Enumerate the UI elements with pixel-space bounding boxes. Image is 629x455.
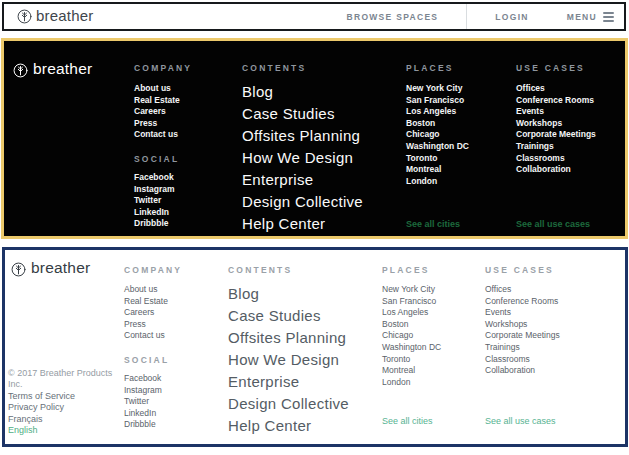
footer-social-link[interactable]: LinkedIn <box>134 207 192 219</box>
footer-company-link[interactable]: Press <box>134 118 192 130</box>
nav-browse-spaces-link[interactable]: BROWSE SPACES <box>347 12 439 22</box>
see-all-cities-link[interactable]: See all cities <box>382 416 433 426</box>
footer-contents-link[interactable]: Offsites Planning <box>242 125 363 147</box>
brand-wordmark: breather <box>33 60 92 78</box>
footer-place-link[interactable]: Chicago <box>406 129 469 141</box>
footer-company-link[interactable]: Contact us <box>134 129 192 141</box>
footer-company-link[interactable]: Careers <box>124 307 182 319</box>
footer-contents-link[interactable]: How We Design <box>242 147 363 169</box>
footer-contents-link[interactable]: Blog <box>242 81 363 103</box>
places-links-list: New York CitySan FranciscoLos AngelesBos… <box>406 83 469 187</box>
footer-contents-link[interactable]: Enterprise <box>242 169 363 191</box>
footer-use-case-link[interactable]: Classrooms <box>485 354 560 366</box>
footer-place-link[interactable]: Chicago <box>382 330 441 342</box>
footer-dark-variant: breather COMPANY About usReal EstateCare… <box>1 38 628 239</box>
footer-company-link[interactable]: About us <box>134 83 192 95</box>
footer-place-link[interactable]: San Francisco <box>382 296 441 308</box>
footer-use-case-link[interactable]: Classrooms <box>516 153 596 165</box>
social-heading: SOCIAL <box>134 154 192 164</box>
places-heading: PLACES <box>382 265 441 275</box>
footer-place-link[interactable]: Los Angeles <box>382 307 441 319</box>
nav-menu-button[interactable]: MENU <box>567 12 614 22</box>
language-english-link[interactable]: English <box>8 425 128 436</box>
footer-contents-link[interactable]: Enterprise <box>228 371 349 393</box>
social-links-list: FacebookInstagramTwitterLinkedInDribbble <box>124 373 182 431</box>
footer-use-case-link[interactable]: Trainings <box>485 342 560 354</box>
footer-social-link[interactable]: Twitter <box>134 195 192 207</box>
top-navigation-bar: breather BROWSE SPACES LOGIN MENU <box>2 2 626 31</box>
footer-company-link[interactable]: About us <box>124 284 182 296</box>
footer-use-case-link[interactable]: Conference Rooms <box>516 95 596 107</box>
use-cases-heading: USE CASES <box>485 265 560 275</box>
footer-company-link[interactable]: Real Estate <box>134 95 192 107</box>
footer-use-cases-column: USE CASES OfficesConference RoomsEventsW… <box>485 265 560 444</box>
footer-social-link[interactable]: Facebook <box>134 172 192 184</box>
footer-use-case-link[interactable]: Collaboration <box>485 365 560 377</box>
footer-place-link[interactable]: Toronto <box>382 354 441 366</box>
terms-of-service-link[interactable]: Terms of Service <box>8 391 128 402</box>
footer-use-case-link[interactable]: Corporate Meetings <box>516 129 596 141</box>
footer-use-case-link[interactable]: Events <box>485 307 560 319</box>
footer-place-link[interactable]: Montreal <box>406 164 469 176</box>
contents-links-list: BlogCase StudiesOffsites PlanningHow We … <box>228 283 349 437</box>
nav-menu-label: MENU <box>567 12 597 22</box>
footer-contents-link[interactable]: Design Collective <box>228 393 349 415</box>
footer-social-link[interactable]: Facebook <box>124 373 182 385</box>
footer-contents-link[interactable]: How We Design <box>228 349 349 371</box>
footer-contents-link[interactable]: Case Studies <box>242 103 363 125</box>
footer-contents-link[interactable]: Blog <box>228 283 349 305</box>
footer-place-link[interactable]: New York City <box>382 284 441 296</box>
footer-place-link[interactable]: San Francisco <box>406 95 469 107</box>
footer-company-link[interactable]: Contact us <box>124 330 182 342</box>
nav-login-link[interactable]: LOGIN <box>495 12 528 22</box>
footer-use-case-link[interactable]: Trainings <box>516 141 596 153</box>
footer-place-link[interactable]: Montreal <box>382 365 441 377</box>
footer-place-link[interactable]: London <box>406 176 469 188</box>
footer-company-column: COMPANY About usReal EstateCareersPressC… <box>134 63 192 236</box>
footer-contents-link[interactable]: Design Collective <box>242 191 363 213</box>
footer-social-link[interactable]: Instagram <box>134 184 192 196</box>
footer-use-cases-column: USE CASES OfficesConference RoomsEventsW… <box>516 63 596 236</box>
footer-place-link[interactable]: Boston <box>406 118 469 130</box>
footer-contents-link[interactable]: Help Center <box>228 415 349 437</box>
footer-light-logo[interactable]: breather <box>11 260 90 278</box>
footer-use-case-link[interactable]: Collaboration <box>516 164 596 176</box>
footer-place-link[interactable]: Washington DC <box>382 342 441 354</box>
company-links-list: About usReal EstateCareersPressContact u… <box>124 284 182 342</box>
footer-social-link[interactable]: Dribbble <box>134 218 192 230</box>
see-all-use-cases-link[interactable]: See all use cases <box>516 219 590 229</box>
see-all-use-cases-link[interactable]: See all use cases <box>485 416 556 426</box>
copyright-text: © 2017 Breather Products Inc. <box>8 368 128 391</box>
footer-company-link[interactable]: Careers <box>134 106 192 118</box>
footer-use-case-link[interactable]: Conference Rooms <box>485 296 560 308</box>
footer-social-link[interactable]: Instagram <box>124 385 182 397</box>
footer-contents-link[interactable]: Case Studies <box>228 305 349 327</box>
footer-company-link[interactable]: Real Estate <box>124 296 182 308</box>
footer-social-link[interactable]: Twitter <box>124 396 182 408</box>
footer-place-link[interactable]: London <box>382 377 441 389</box>
social-heading: SOCIAL <box>124 355 182 365</box>
footer-use-case-link[interactable]: Workshops <box>485 319 560 331</box>
footer-contents-link[interactable]: Offsites Planning <box>228 327 349 349</box>
footer-company-column: COMPANY About usReal EstateCareersPressC… <box>124 265 182 444</box>
footer-place-link[interactable]: Toronto <box>406 153 469 165</box>
footer-use-case-link[interactable]: Offices <box>485 284 560 296</box>
footer-use-case-link[interactable]: Workshops <box>516 118 596 130</box>
footer-dark-logo[interactable]: breather <box>13 61 92 79</box>
footer-use-case-link[interactable]: Corporate Meetings <box>485 330 560 342</box>
footer-contents-link[interactable]: Help Center <box>242 213 363 235</box>
footer-place-link[interactable]: Boston <box>382 319 441 331</box>
see-all-cities-link[interactable]: See all cities <box>406 219 460 229</box>
privacy-policy-link[interactable]: Privacy Policy <box>8 402 128 413</box>
footer-use-case-link[interactable]: Offices <box>516 83 596 95</box>
brand-logo[interactable]: breather <box>17 8 93 25</box>
footer-place-link[interactable]: Los Angeles <box>406 106 469 118</box>
footer-place-link[interactable]: New York City <box>406 83 469 95</box>
brand-wordmark: breather <box>36 7 93 24</box>
footer-social-link[interactable]: LinkedIn <box>124 408 182 420</box>
footer-place-link[interactable]: Washington DC <box>406 141 469 153</box>
footer-use-case-link[interactable]: Events <box>516 106 596 118</box>
language-francais-link[interactable]: Français <box>8 414 128 425</box>
footer-company-link[interactable]: Press <box>124 319 182 331</box>
footer-social-link[interactable]: Dribbble <box>124 419 182 431</box>
